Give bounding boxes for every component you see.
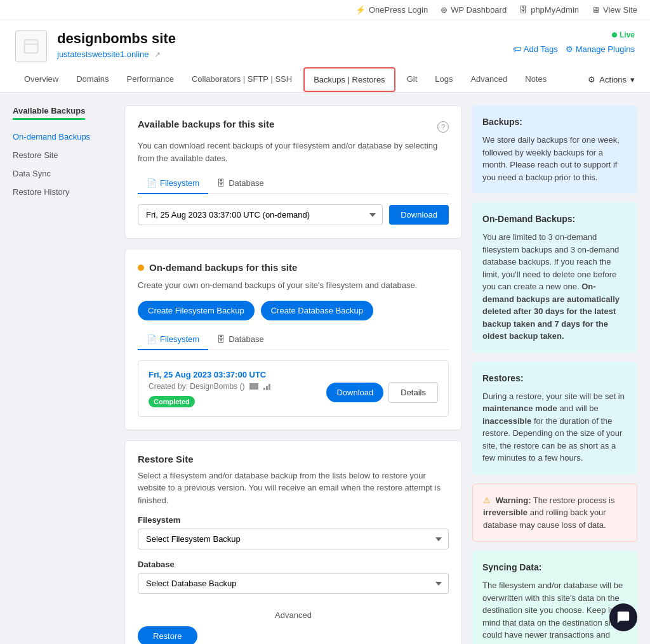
- backup-select-row: Fri, 25 Aug 2023 03:37:00 UTC (on-demand…: [138, 204, 449, 225]
- tab-overview[interactable]: Overview: [15, 68, 67, 91]
- plugin-icon: ⚙: [566, 44, 573, 54]
- syncing-info-text: The filesystem and/or database will be o…: [482, 579, 627, 644]
- sidebar: Available Backups On-demand Backups Rest…: [13, 105, 114, 644]
- sidebar-item-restore-history[interactable]: Restore History: [13, 183, 114, 201]
- filesystem-backup-select[interactable]: Select Filesystem Backup: [138, 529, 449, 549]
- tab-logs[interactable]: Logs: [426, 68, 461, 91]
- svg-rect-0: [25, 40, 38, 53]
- top-bar: ⚡ OnePress Login ⊕ WP Dashboard 🗄 phpMyA…: [0, 0, 650, 20]
- add-tags-link[interactable]: 🏷 Add Tags: [513, 44, 558, 54]
- grid-icon: [249, 383, 258, 390]
- ondemand-backups-card: On-demand backups for this site Create y…: [124, 249, 462, 430]
- wp-dashboard-link[interactable]: ⊕ WP Dashboard: [441, 5, 507, 15]
- status-badge: Completed: [149, 396, 195, 407]
- tab-ondemand-database[interactable]: 🗄 Database: [208, 329, 273, 350]
- site-icon: [15, 30, 47, 62]
- restore-site-card: Restore Site Select a filesystem and/or …: [124, 440, 462, 645]
- syncing-info-card: Syncing Data: The filesystem and/or data…: [472, 551, 637, 644]
- tab-advanced[interactable]: Advanced: [461, 68, 516, 91]
- database-label: Database: [138, 560, 449, 569]
- tag-icon: 🏷: [513, 44, 521, 54]
- tab-domains[interactable]: Domains: [67, 68, 117, 91]
- yellow-dot: [138, 265, 144, 271]
- restores-info-text: During a restore, your site will be set …: [482, 390, 627, 464]
- onepress-login-link[interactable]: ⚡ OnePress Login: [355, 5, 428, 15]
- tab-ondemand-filesystem[interactable]: 📄 Filesystem: [138, 329, 208, 350]
- sidebar-item-restore-site[interactable]: Restore Site: [13, 146, 114, 164]
- external-link-icon[interactable]: ↗: [154, 50, 161, 59]
- backups-info-title: Backups:: [482, 115, 627, 129]
- ondemand-desc: Create your own on-demand backups of you…: [138, 279, 449, 292]
- tab-filesystem-backup[interactable]: 📄 Filesystem: [138, 173, 208, 194]
- tab-git[interactable]: Git: [398, 68, 427, 91]
- backup-item-actions: Download Details: [326, 382, 438, 403]
- download-button[interactable]: Download: [389, 205, 449, 225]
- db-icon: 🗄: [519, 5, 527, 15]
- backups-info-text: We store daily backups for one week, fol…: [482, 134, 627, 183]
- backup-details-button[interactable]: Details: [388, 382, 438, 403]
- ondemand-info-title: On-Demand Backups:: [482, 213, 627, 226]
- restore-title: Restore Site: [138, 454, 449, 464]
- warning-icon: ⚠: [483, 496, 491, 505]
- wordpress-icon: ⊕: [441, 5, 448, 15]
- site-url[interactable]: justatestswebsite1.online: [57, 49, 149, 59]
- restore-desc: Select a filesystem and/or database back…: [138, 470, 449, 507]
- file-icon: 📄: [147, 178, 157, 188]
- database-backup-select[interactable]: Select Database Backup: [138, 573, 449, 594]
- manage-plugins-link[interactable]: ⚙ Manage Plugins: [566, 44, 635, 54]
- tab-backups[interactable]: Backups | Restores: [303, 67, 395, 92]
- ondemand-info-card: On-Demand Backups: You are limited to 3 …: [472, 202, 637, 353]
- restores-info-card: Restores: During a restore, your site wi…: [472, 362, 637, 475]
- nav-tabs: Overview Domains Performance Collaborato…: [15, 67, 635, 92]
- help-icon[interactable]: ?: [437, 121, 449, 133]
- restores-info-title: Restores:: [482, 372, 627, 385]
- database-icon: 🗄: [217, 178, 225, 188]
- create-filesystem-backup-button[interactable]: Create Filesystem Backup: [138, 301, 255, 320]
- create-database-backup-button[interactable]: Create Database Backup: [261, 301, 373, 320]
- ondemand-title-row: On-demand backups for this site: [138, 262, 449, 273]
- syncing-info-title: Syncing Data:: [482, 561, 627, 574]
- site-title: designbombs site: [57, 30, 176, 47]
- file-icon-2: 📄: [147, 334, 157, 344]
- chevron-down-icon: ▾: [630, 75, 635, 84]
- main-layout: Available Backups On-demand Backups Rest…: [0, 93, 650, 644]
- sidebar-item-on-demand-backups[interactable]: On-demand Backups: [13, 128, 114, 146]
- sidebar-title: Available Backups: [13, 106, 85, 120]
- database-icon-2: 🗄: [217, 334, 225, 344]
- warning-text: ⚠ Warning: The restore process is irreve…: [483, 494, 627, 532]
- chat-button[interactable]: [609, 603, 637, 631]
- filesystem-label: Filesystem: [138, 515, 449, 525]
- ondemand-type-tabs: 📄 Filesystem 🗄 Database: [138, 329, 449, 350]
- database-restore-section: Database Select Database Backup: [138, 560, 449, 594]
- content-area: Available backups for this site ? You ca…: [124, 105, 462, 644]
- ondemand-info-text: You are limited to 3 on-demand filesyste…: [482, 231, 627, 343]
- live-status: Live: [612, 30, 635, 39]
- actions-menu[interactable]: ⚙ Actions ▾: [588, 70, 635, 89]
- view-site-link[interactable]: 🖥 View Site: [592, 5, 637, 15]
- site-header: designbombs site justatestswebsite1.onli…: [0, 20, 650, 93]
- backup-item: Fri, 25 Aug 2023 03:37:00 UTC Created by…: [138, 360, 449, 417]
- backup-date-select[interactable]: Fri, 25 Aug 2023 03:37:00 UTC (on-demand…: [138, 204, 383, 225]
- backup-download-button[interactable]: Download: [326, 383, 383, 402]
- backup-type-tabs: 📄 Filesystem 🗄 Database: [138, 173, 449, 194]
- backups-info-card: Backups: We store daily backups for one …: [472, 105, 637, 194]
- available-backups-title: Available backups for this site: [138, 119, 274, 129]
- tab-database-backup[interactable]: 🗄 Database: [208, 173, 273, 194]
- backup-item-title: Fri, 25 Aug 2023 03:37:00 UTC: [149, 370, 438, 379]
- advanced-link[interactable]: Advanced: [138, 604, 449, 626]
- tab-notes[interactable]: Notes: [516, 68, 555, 91]
- restore-button[interactable]: Restore: [138, 626, 197, 644]
- sidebar-item-data-sync[interactable]: Data Sync: [13, 164, 114, 183]
- live-dot: [612, 32, 617, 37]
- filesystem-restore-section: Filesystem Select Filesystem Backup: [138, 515, 449, 549]
- ondemand-btn-row: Create Filesystem Backup Create Database…: [138, 301, 449, 320]
- tab-collaborators[interactable]: Collaborators | SFTP | SSH: [183, 68, 301, 91]
- window-icon: 🖥: [592, 5, 600, 15]
- gear-icon: ⚙: [588, 75, 595, 84]
- phpmyadmin-link[interactable]: 🗄 phpMyAdmin: [519, 5, 579, 15]
- available-backups-desc: You can download recent backups of your …: [138, 140, 449, 164]
- ondemand-title: On-demand backups for this site: [149, 262, 297, 273]
- bars-icon: [263, 383, 270, 390]
- bolt-icon: ⚡: [355, 5, 366, 15]
- tab-performance[interactable]: Performance: [117, 68, 182, 91]
